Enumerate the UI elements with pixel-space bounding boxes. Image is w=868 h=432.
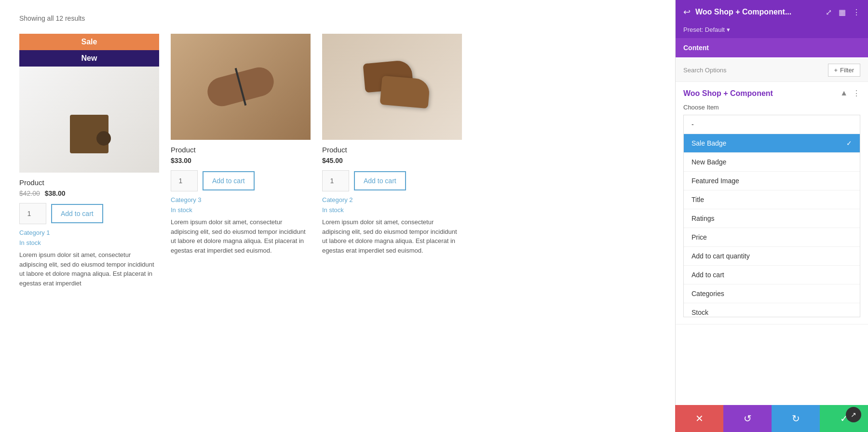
component-title: Woo Shop + Component [683, 89, 773, 98]
component-icons: ▲ ⋮ [840, 89, 860, 98]
results-count: Showing all 12 results [19, 14, 656, 22]
confirm-button[interactable]: ✓ [820, 405, 868, 432]
preset-chevron: ▾ [727, 26, 730, 33]
dropdown-label-sale-badge: Sale Badge [692, 139, 726, 147]
cursor-indicator: ↗ [846, 407, 861, 422]
add-to-cart-btn-2[interactable]: Add to cart [203, 171, 255, 190]
new-badge: New [19, 50, 159, 67]
product-image-2 [171, 34, 311, 140]
preset-label: Preset: Default [683, 26, 725, 33]
cancel-button[interactable]: ✕ [675, 405, 723, 432]
add-to-cart-row-2: Add to cart [171, 170, 311, 191]
product-description-2: Lorem ipsum dolor sit amet, consectetur … [171, 217, 311, 255]
add-to-cart-btn-1[interactable]: Add to cart [51, 204, 103, 223]
products-grid: Sale New Product $42.00 $38.00 Add to ca… [19, 34, 656, 288]
dropdown-item-featured-image[interactable]: Featured Image [684, 172, 860, 190]
dropdown-label-categories: Categories [692, 290, 724, 297]
main-content: Showing all 12 results Sale New Product … [0, 0, 675, 432]
product-category-1[interactable]: Category 1 [19, 229, 159, 236]
product-stock-3: In stock [322, 206, 462, 214]
sale-badge: Sale [19, 34, 159, 50]
choose-item-label: Choose Item [683, 104, 860, 111]
add-to-cart-btn-3[interactable]: Add to cart [354, 171, 406, 190]
dropdown-label-title: Title [692, 196, 704, 203]
dropdown-label-ratings: Ratings [692, 215, 714, 222]
back-icon[interactable]: ↩ [683, 7, 691, 17]
product-card-3: New Product $45.00 Add to cart Category … [322, 34, 462, 288]
right-panel: ↩ Woo Shop + Component... ⤢ ▦ ⋮ Preset: … [675, 0, 868, 432]
bottom-toolbar: ✕ ↺ ↻ ✓ [675, 405, 868, 432]
product-stock-1: In stock [19, 239, 159, 246]
filter-label: Filter [840, 67, 854, 74]
qty-input-1[interactable] [19, 203, 46, 224]
undo-button[interactable]: ↺ [723, 405, 772, 432]
product-image-3 [322, 34, 462, 140]
check-icon: ✓ [846, 139, 852, 147]
panel-header-icons: ⤢ ▦ ⋮ [826, 8, 860, 17]
plus-icon: + [834, 67, 838, 74]
add-to-cart-row-3: Add to cart [322, 170, 462, 191]
dropdown-item-stock[interactable]: Stock [684, 303, 860, 317]
dropdown-label-add-to-cart-quantity: Add to cart quantity [692, 252, 750, 260]
collapse-icon[interactable]: ▲ [840, 89, 848, 98]
product-image-1 [19, 67, 159, 173]
product-card-2: New Product $33.00 Add to cart Category … [171, 34, 311, 288]
product-image-wrapper-2: New [171, 34, 311, 140]
product-image-wrapper-3: New [322, 34, 462, 140]
component-header: Woo Shop + Component ▲ ⋮ [683, 89, 860, 98]
badge-container-1: Sale New [19, 34, 159, 67]
add-to-cart-row-1: Add to cart [19, 203, 159, 224]
qty-input-2[interactable] [171, 170, 198, 191]
dropdown-item-dash[interactable]: - [684, 115, 860, 134]
product-price-3: $45.00 [322, 157, 462, 164]
component-section: Woo Shop + Component ▲ ⋮ Choose Item - S… [676, 82, 868, 324]
product-name-3: Product [322, 146, 462, 154]
cancel-icon: ✕ [695, 413, 704, 424]
redo-icon: ↻ [792, 413, 800, 424]
product-stock-2: In stock [171, 206, 311, 214]
component-more-icon[interactable]: ⋮ [853, 89, 860, 98]
search-options-label: Search Options [683, 67, 828, 74]
redo-button[interactable]: ↻ [772, 405, 820, 432]
undo-icon: ↺ [744, 413, 752, 424]
search-options-row: Search Options + Filter [676, 59, 868, 82]
content-tab[interactable]: Content [676, 38, 868, 59]
dropdown-item-price[interactable]: Price [684, 228, 860, 247]
dropdown-item-sale-badge[interactable]: Sale Badge ✓ [684, 134, 860, 153]
price-old-1: $42.00 [19, 189, 40, 197]
price-3: $45.00 [322, 157, 343, 164]
product-description-1: Lorem ipsum dolor sit amet, consectetur … [19, 250, 159, 288]
dropdown-item-title[interactable]: Title [684, 190, 860, 209]
dropdown-item-add-to-cart-quantity[interactable]: Add to cart quantity [684, 247, 860, 266]
filter-button[interactable]: + Filter [828, 64, 860, 77]
dropdown-item-add-to-cart[interactable]: Add to cart [684, 266, 860, 284]
product-category-3[interactable]: Category 2 [322, 196, 462, 203]
dropdown-label-stock: Stock [692, 309, 708, 316]
layout-icon[interactable]: ▦ [839, 8, 846, 17]
product-card-1: Sale New Product $42.00 $38.00 Add to ca… [19, 34, 159, 288]
price-new-1: $38.00 [45, 189, 66, 197]
panel-preset[interactable]: Preset: Default ▾ [676, 24, 868, 38]
expand-icon[interactable]: ⤢ [826, 8, 832, 17]
qty-input-3[interactable] [322, 170, 349, 191]
product-category-2[interactable]: Category 3 [171, 196, 311, 203]
price-2: $33.00 [171, 157, 191, 164]
dropdown-item-ratings[interactable]: Ratings [684, 209, 860, 228]
more-icon[interactable]: ⋮ [853, 8, 860, 17]
product-name-1: Product [19, 178, 159, 187]
dropdown-label-featured-image: Featured Image [692, 177, 739, 185]
dropdown-label-add-to-cart: Add to cart [692, 271, 724, 279]
dropdown-label-new-badge: New Badge [692, 158, 726, 166]
product-name-2: Product [171, 146, 311, 154]
product-price-1: $42.00 $38.00 [19, 189, 159, 197]
product-description-3: Lorem ipsum dolor sit amet, consectetur … [322, 217, 462, 255]
panel-title: Woo Shop + Component... [695, 8, 821, 16]
product-price-2: $33.00 [171, 157, 311, 164]
dropdown-item-new-badge[interactable]: New Badge [684, 153, 860, 172]
dropdown-list: - Sale Badge ✓ New Badge Featured Image … [683, 115, 860, 317]
dropdown-item-categories[interactable]: Categories [684, 284, 860, 303]
dropdown-label-price: Price [692, 233, 707, 241]
panel-header: ↩ Woo Shop + Component... ⤢ ▦ ⋮ [676, 0, 868, 24]
